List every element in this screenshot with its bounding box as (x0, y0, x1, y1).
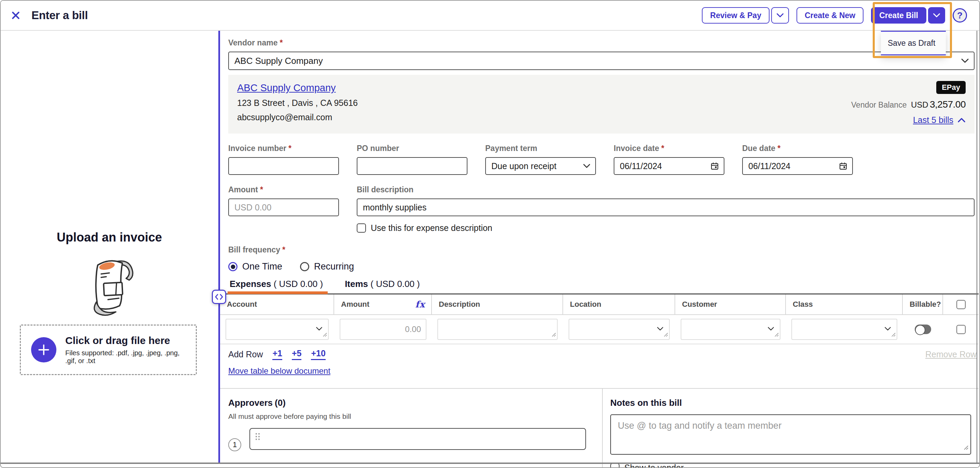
select-all-checkbox[interactable] (956, 300, 966, 309)
review-pay-split-button: Review & Pay (702, 7, 789, 24)
plus-icon (38, 344, 50, 356)
invoice-fields-row: Invoice number* PO number Payment term D… (228, 144, 975, 175)
payment-term-select[interactable]: Due upon receipt (485, 157, 596, 175)
add-ten-rows-link[interactable]: +10 (311, 349, 325, 360)
add-one-row-link[interactable]: +1 (272, 349, 282, 360)
po-number-field: PO number (357, 144, 468, 175)
menu-item-save-as-draft[interactable]: Save as Draft (888, 39, 935, 48)
add-file-button[interactable] (31, 337, 56, 362)
create-and-new-button[interactable]: Create & New (797, 7, 864, 24)
amount-cell (334, 315, 432, 344)
invoice-number-input[interactable] (228, 157, 339, 175)
resize-gripper-icon[interactable] (891, 332, 896, 338)
amount-field: Amount* (228, 185, 339, 216)
radio-recurring-control[interactable] (300, 262, 309, 271)
description-cell (432, 315, 563, 344)
bill-description-input[interactable] (357, 198, 975, 216)
vendor-balance: Vendor Balance USD 3,257.00 (851, 99, 966, 110)
required-asterisk: * (661, 144, 664, 153)
resize-gripper-icon[interactable] (323, 332, 327, 338)
class-select[interactable] (791, 319, 897, 340)
billable-toggle[interactable] (915, 325, 931, 334)
expenses-table-header: Account Amount fx Description Location C… (220, 295, 978, 315)
vendor-link[interactable]: ABC Supply Company (237, 82, 336, 94)
amount-input[interactable] (228, 198, 339, 216)
approver-row: 1 (228, 428, 592, 450)
approver-select-input[interactable] (250, 428, 586, 450)
vendor-info-card: ABC Supply Company 123 B Street , Davis … (228, 75, 975, 133)
column-header-amount: Amount fx (334, 295, 432, 314)
resize-gripper-icon[interactable] (774, 332, 779, 338)
column-header-description: Description (432, 295, 563, 314)
upload-panel-title: Upload an invoice (1, 230, 218, 244)
formula-fx-icon[interactable]: fx (415, 299, 425, 309)
approver-step-number: 1 (228, 438, 241, 451)
location-select[interactable] (569, 319, 670, 340)
add-row-label: Add Row (228, 349, 263, 359)
help-icon: ? (957, 10, 963, 21)
close-button[interactable] (10, 9, 22, 22)
add-five-rows-link[interactable]: +5 (292, 349, 302, 360)
last-5-bills-link[interactable]: Last 5 bills (913, 115, 953, 125)
invoice-illustration (75, 251, 143, 317)
approvers-section: Approvers(0) All must approve before pay… (220, 389, 602, 467)
required-asterisk: * (288, 144, 291, 153)
top-actions: Review & Pay Create & New Create Bill ? (702, 7, 972, 24)
vendor-balance-amount: 3,257.00 (930, 99, 966, 109)
review-pay-dropdown-button[interactable] (771, 7, 789, 24)
dropzone-title: Click or drag file here (65, 335, 191, 346)
help-button[interactable]: ? (953, 8, 967, 22)
create-bill-split-button: Create Bill (871, 7, 945, 24)
calendar-icon[interactable] (839, 162, 848, 170)
create-bill-menu: Save as Draft (881, 31, 946, 56)
remove-row-link[interactable]: Remove Row (925, 349, 977, 359)
bill-form: Vendor name* ABC Supply Company ABC Supp… (220, 31, 978, 467)
account-cell (220, 315, 334, 344)
resize-gripper-icon[interactable] (663, 332, 668, 338)
panel-splitter-handle[interactable] (212, 290, 226, 304)
column-header-customer: Customer (675, 295, 786, 314)
row-description-input[interactable] (438, 319, 558, 340)
move-table-link[interactable]: Move table below document (228, 366, 331, 382)
create-bill-dropdown-button[interactable] (928, 7, 945, 24)
account-select[interactable] (226, 319, 329, 340)
invoice-date-input[interactable]: 06/11/2024 (614, 157, 724, 175)
bill-form-panel: Vendor name* ABC Supply Company ABC Supp… (220, 31, 978, 467)
tab-items[interactable]: Items ( USD 0.00 ) (345, 279, 420, 293)
review-pay-button[interactable]: Review & Pay (702, 7, 770, 24)
vendor-name-input[interactable]: ABC Supply Company (228, 52, 975, 70)
approvers-count: (0) (275, 398, 286, 408)
radio-one-time-control[interactable] (228, 262, 237, 271)
vendor-name-label: Vendor name* (228, 38, 283, 47)
use-expense-description-checkbox[interactable] (357, 224, 366, 233)
calendar-icon[interactable] (710, 162, 719, 170)
notes-textarea[interactable] (610, 414, 971, 455)
customer-select[interactable] (681, 319, 780, 340)
file-dropzone[interactable]: Click or drag file here Files supported:… (20, 325, 197, 375)
drag-handle-icon[interactable] (256, 433, 260, 440)
required-asterisk: * (777, 144, 780, 153)
form-bottom-border (1, 463, 979, 464)
radio-recurring[interactable]: Recurring (300, 261, 354, 272)
po-number-input[interactable] (357, 157, 468, 175)
required-asterisk: * (282, 245, 285, 254)
column-header-billable: Billable? (903, 295, 943, 314)
use-expense-description-row: Use this for expense description (357, 223, 975, 233)
amount-description-row: Amount* Bill description (228, 185, 975, 216)
chevron-up-icon[interactable] (958, 117, 966, 123)
chevron-down-icon (767, 326, 774, 332)
approvers-title: Approvers(0) (228, 398, 592, 408)
radio-one-time[interactable]: One Time (228, 261, 282, 272)
due-date-input[interactable]: 06/11/2024 (742, 157, 853, 175)
bill-frequency-field: Bill frequency* One Time Recurring (228, 245, 975, 272)
row-select-checkbox[interactable] (956, 325, 966, 334)
create-bill-button[interactable]: Create Bill (871, 7, 926, 24)
tab-expenses[interactable]: Expenses ( USD 0.00 ) (230, 279, 323, 293)
row-amount-input[interactable] (340, 319, 426, 340)
resize-gripper-icon[interactable] (964, 445, 968, 451)
epay-badge: EPay (936, 81, 966, 94)
approvers-subtitle: All must approve before paying this bill (228, 412, 592, 420)
vendor-card-right: EPay Vendor Balance USD 3,257.00 Last 5 … (851, 81, 966, 125)
chevron-down-icon[interactable] (961, 59, 969, 63)
resize-gripper-icon[interactable] (552, 332, 556, 338)
